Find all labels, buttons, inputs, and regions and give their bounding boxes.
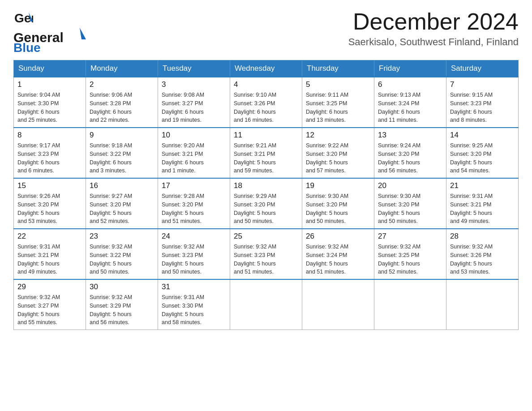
calendar-cell: 12Sunrise: 9:22 AMSunset: 3:20 PMDayligh… [302, 128, 374, 178]
calendar-cell: 25Sunrise: 9:32 AMSunset: 3:23 PMDayligh… [230, 229, 302, 279]
weekday-header-friday: Friday [374, 60, 446, 77]
day-info: Sunrise: 9:31 AMSunset: 3:21 PMDaylight:… [450, 192, 515, 226]
day-info: Sunrise: 9:18 AMSunset: 3:22 PMDaylight:… [90, 141, 154, 175]
calendar-cell: 8Sunrise: 9:17 AMSunset: 3:23 PMDaylight… [14, 128, 86, 178]
day-info: Sunrise: 9:28 AMSunset: 3:20 PMDaylight:… [162, 192, 226, 226]
calendar-cell: 21Sunrise: 9:31 AMSunset: 3:21 PMDayligh… [446, 178, 519, 229]
day-info: Sunrise: 9:32 AMSunset: 3:27 PMDaylight:… [17, 293, 82, 327]
day-info: Sunrise: 9:27 AMSunset: 3:20 PMDaylight:… [90, 192, 154, 226]
calendar-cell: 1Sunrise: 9:04 AMSunset: 3:30 PMDaylight… [14, 77, 86, 128]
day-info: Sunrise: 9:13 AMSunset: 3:24 PMDaylight:… [378, 91, 442, 124]
day-info: Sunrise: 9:30 AMSunset: 3:20 PMDaylight:… [378, 192, 442, 226]
day-number: 30 [90, 283, 154, 291]
calendar-cell: 13Sunrise: 9:24 AMSunset: 3:20 PMDayligh… [374, 128, 446, 178]
calendar-cell: 4Sunrise: 9:10 AMSunset: 3:26 PMDaylight… [230, 77, 302, 128]
svg-text:Blue: Blue [13, 41, 41, 53]
day-number: 14 [450, 131, 515, 140]
day-number: 23 [90, 232, 154, 241]
weekday-header-tuesday: Tuesday [158, 60, 230, 77]
day-info: Sunrise: 9:30 AMSunset: 3:20 PMDaylight:… [306, 192, 370, 226]
weekday-header-thursday: Thursday [302, 60, 374, 77]
day-info: Sunrise: 9:26 AMSunset: 3:20 PMDaylight:… [17, 192, 82, 226]
day-info: Sunrise: 9:06 AMSunset: 3:28 PMDaylight:… [90, 91, 154, 124]
day-info: Sunrise: 9:22 AMSunset: 3:20 PMDaylight:… [306, 141, 370, 175]
calendar-cell: 27Sunrise: 9:32 AMSunset: 3:25 PMDayligh… [374, 229, 446, 279]
page-header: General General Blue December 2024 Saerk… [13, 9, 519, 53]
calendar-cell: 3Sunrise: 9:08 AMSunset: 3:27 PMDaylight… [158, 77, 230, 128]
day-info: Sunrise: 9:20 AMSunset: 3:21 PMDaylight:… [162, 141, 226, 175]
calendar-cell: 18Sunrise: 9:29 AMSunset: 3:20 PMDayligh… [230, 178, 302, 229]
calendar-cell: 19Sunrise: 9:30 AMSunset: 3:20 PMDayligh… [302, 178, 374, 229]
calendar-week-row: 15Sunrise: 9:26 AMSunset: 3:20 PMDayligh… [14, 178, 519, 229]
calendar-cell: 6Sunrise: 9:13 AMSunset: 3:24 PMDaylight… [374, 77, 446, 128]
day-info: Sunrise: 9:08 AMSunset: 3:27 PMDaylight:… [162, 91, 226, 124]
day-number: 27 [378, 232, 442, 241]
day-number: 4 [234, 80, 298, 89]
calendar-week-row: 29Sunrise: 9:32 AMSunset: 3:27 PMDayligh… [14, 279, 519, 330]
day-number: 9 [90, 131, 154, 140]
calendar-cell: 29Sunrise: 9:32 AMSunset: 3:27 PMDayligh… [14, 279, 86, 330]
day-info: Sunrise: 9:32 AMSunset: 3:29 PMDaylight:… [90, 293, 154, 327]
weekday-header-row: SundayMondayTuesdayWednesdayThursdayFrid… [14, 60, 519, 77]
logo: General General Blue [13, 9, 94, 53]
svg-marker-3 [80, 28, 86, 39]
day-number: 12 [306, 131, 370, 140]
day-number: 31 [162, 283, 226, 291]
day-number: 11 [234, 131, 298, 140]
day-info: Sunrise: 9:31 AMSunset: 3:30 PMDaylight:… [162, 293, 226, 327]
day-info: Sunrise: 9:32 AMSunset: 3:23 PMDaylight:… [162, 243, 226, 276]
day-info: Sunrise: 9:15 AMSunset: 3:23 PMDaylight:… [450, 91, 515, 124]
calendar-cell: 17Sunrise: 9:28 AMSunset: 3:20 PMDayligh… [158, 178, 230, 229]
month-title: December 2024 [348, 9, 519, 34]
day-info: Sunrise: 9:10 AMSunset: 3:26 PMDaylight:… [234, 91, 298, 124]
day-number: 21 [450, 181, 515, 190]
calendar-cell: 30Sunrise: 9:32 AMSunset: 3:29 PMDayligh… [86, 279, 158, 330]
calendar-cell: 28Sunrise: 9:32 AMSunset: 3:26 PMDayligh… [446, 229, 519, 279]
day-number: 2 [90, 80, 154, 89]
day-number: 5 [306, 80, 370, 89]
calendar-cell: 14Sunrise: 9:25 AMSunset: 3:20 PMDayligh… [446, 128, 519, 178]
calendar-week-row: 22Sunrise: 9:31 AMSunset: 3:21 PMDayligh… [14, 229, 519, 279]
day-number: 8 [17, 131, 82, 140]
day-info: Sunrise: 9:32 AMSunset: 3:26 PMDaylight:… [450, 243, 515, 276]
day-number: 26 [306, 232, 370, 241]
day-number: 29 [17, 283, 82, 291]
day-info: Sunrise: 9:32 AMSunset: 3:23 PMDaylight:… [234, 243, 298, 276]
day-number: 25 [234, 232, 298, 241]
calendar-cell: 2Sunrise: 9:06 AMSunset: 3:28 PMDaylight… [86, 77, 158, 128]
calendar-cell [374, 279, 446, 330]
calendar-cell: 7Sunrise: 9:15 AMSunset: 3:23 PMDaylight… [446, 77, 519, 128]
day-info: Sunrise: 9:25 AMSunset: 3:20 PMDaylight:… [450, 141, 515, 175]
calendar-cell [446, 279, 519, 330]
day-number: 16 [90, 181, 154, 190]
day-number: 13 [378, 131, 442, 140]
day-info: Sunrise: 9:31 AMSunset: 3:21 PMDaylight:… [17, 243, 82, 276]
day-number: 1 [17, 80, 82, 89]
day-number: 28 [450, 232, 515, 241]
day-number: 24 [162, 232, 226, 241]
day-info: Sunrise: 9:29 AMSunset: 3:20 PMDaylight:… [234, 192, 298, 226]
calendar-cell: 5Sunrise: 9:11 AMSunset: 3:25 PMDaylight… [302, 77, 374, 128]
day-number: 7 [450, 80, 515, 89]
calendar-cell: 24Sunrise: 9:32 AMSunset: 3:23 PMDayligh… [158, 229, 230, 279]
day-info: Sunrise: 9:21 AMSunset: 3:21 PMDaylight:… [234, 141, 298, 175]
calendar-cell: 20Sunrise: 9:30 AMSunset: 3:20 PMDayligh… [374, 178, 446, 229]
calendar-cell: 9Sunrise: 9:18 AMSunset: 3:22 PMDaylight… [86, 128, 158, 178]
day-info: Sunrise: 9:32 AMSunset: 3:22 PMDaylight:… [90, 243, 154, 276]
day-number: 19 [306, 181, 370, 190]
day-info: Sunrise: 9:24 AMSunset: 3:20 PMDaylight:… [378, 141, 442, 175]
calendar-cell: 31Sunrise: 9:31 AMSunset: 3:30 PMDayligh… [158, 279, 230, 330]
weekday-header-sunday: Sunday [14, 60, 86, 77]
day-number: 20 [378, 181, 442, 190]
calendar-cell [230, 279, 302, 330]
calendar-cell: 15Sunrise: 9:26 AMSunset: 3:20 PMDayligh… [14, 178, 86, 229]
day-number: 10 [162, 131, 226, 140]
day-number: 6 [378, 80, 442, 89]
calendar-week-row: 8Sunrise: 9:17 AMSunset: 3:23 PMDaylight… [14, 128, 519, 178]
calendar-cell: 22Sunrise: 9:31 AMSunset: 3:21 PMDayligh… [14, 229, 86, 279]
calendar-cell [302, 279, 374, 330]
calendar-week-row: 1Sunrise: 9:04 AMSunset: 3:30 PMDaylight… [14, 77, 519, 128]
calendar-cell: 23Sunrise: 9:32 AMSunset: 3:22 PMDayligh… [86, 229, 158, 279]
calendar-cell: 26Sunrise: 9:32 AMSunset: 3:24 PMDayligh… [302, 229, 374, 279]
calendar-cell: 10Sunrise: 9:20 AMSunset: 3:21 PMDayligh… [158, 128, 230, 178]
